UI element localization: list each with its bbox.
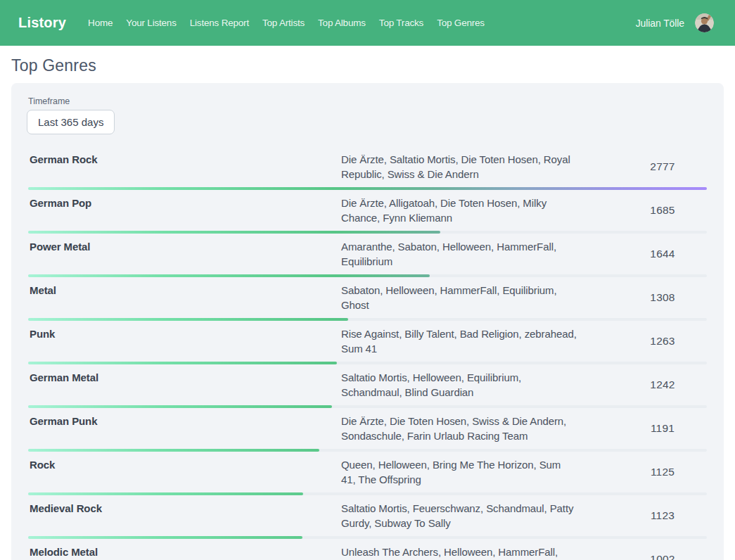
genre-artists: Saltatio Mortis, Feuerschwanz, Schandmau… [341, 501, 577, 530]
main-content: Top Genres Timeframe Last 365 days Germa… [0, 56, 735, 560]
genre-count: 1002 [617, 553, 708, 560]
genre-artists: Queen, Helloween, Bring Me The Horizon, … [341, 457, 577, 487]
genre-artists: Unleash The Archers, Helloween, HammerFa… [341, 545, 577, 560]
genre-artists: Die Ärzte, Die Toten Hosen, Swiss & Die … [341, 414, 577, 443]
genre-name: German Pop [27, 196, 341, 210]
genre-row: Rock Queen, Helloween, Bring Me The Hori… [27, 452, 708, 495]
nav-item-top-tracks[interactable]: Top Tracks [379, 18, 423, 28]
nav-item-top-genres[interactable]: Top Genres [437, 18, 485, 28]
genre-count: 1685 [617, 204, 708, 217]
genre-artists: Die Ärzte, Saltatio Mortis, Die Toten Ho… [341, 152, 577, 182]
nav-item-your-listens[interactable]: Your Listens [126, 18, 176, 28]
genre-name: Punk [27, 326, 341, 341]
nav-item-top-artists[interactable]: Top Artists [262, 18, 305, 28]
genre-row: Melodic Metal Unleash The Archers, Hello… [27, 539, 708, 560]
timeframe-select[interactable]: Last 365 days [27, 110, 115, 134]
genre-row: Power Metal Amaranthe, Sabaton, Hellowee… [27, 234, 708, 277]
nav-item-home[interactable]: Home [88, 18, 113, 28]
page-title: Top Genres [11, 56, 724, 75]
genre-artists: Sabaton, Helloween, HammerFall, Equilibr… [341, 283, 577, 312]
user-avatar-photo-icon [695, 13, 714, 32]
brand-logo[interactable]: Listory [18, 15, 66, 31]
genre-name: German Metal [27, 370, 341, 385]
genre-name: German Punk [27, 414, 341, 428]
genre-name: Medieval Rock [27, 501, 341, 516]
genre-name: Melodic Metal [27, 545, 341, 559]
genre-count: 1125 [617, 466, 708, 478]
genre-row: German Punk Die Ärzte, Die Toten Hosen, … [27, 408, 708, 452]
genre-count: 2777 [617, 160, 708, 173]
genre-row: Punk Rise Against, Billy Talent, Bad Rel… [27, 321, 708, 364]
genre-count: 1123 [617, 509, 708, 522]
top-navbar: Listory HomeYour ListensListens ReportTo… [0, 0, 735, 46]
genres-table: German Rock Die Ärzte, Saltatio Mortis, … [27, 146, 708, 560]
genre-row: Medieval Rock Saltatio Mortis, Feuerschw… [27, 495, 708, 539]
genre-row: Metal Sabaton, Helloween, HammerFall, Eq… [27, 277, 708, 321]
nav-left-group: Listory HomeYour ListensListens ReportTo… [18, 15, 485, 31]
genre-name: German Rock [27, 152, 341, 167]
genre-name: Metal [27, 283, 341, 298]
user-menu[interactable]: Julian Tölle [636, 13, 714, 32]
genre-artists: Rise Against, Billy Talent, Bad Religion… [341, 326, 577, 356]
nav-item-top-albums[interactable]: Top Albums [318, 18, 366, 28]
genre-count: 1263 [617, 335, 708, 348]
genre-name: Power Metal [27, 239, 341, 254]
nav-item-listens-report[interactable]: Listens Report [190, 18, 249, 28]
genre-row: German Metal Saltatio Mortis, Helloween,… [27, 364, 708, 408]
genre-name: Rock [27, 457, 341, 472]
top-genres-card: Timeframe Last 365 days German Rock Die … [11, 83, 724, 560]
user-name: Julian Tölle [636, 18, 684, 29]
nav-links: HomeYour ListensListens ReportTop Artist… [88, 18, 485, 28]
genre-artists: Die Ärzte, Alligatoah, Die Toten Hosen, … [341, 196, 577, 225]
genre-row: German Rock Die Ärzte, Saltatio Mortis, … [27, 146, 708, 190]
genre-count: 1308 [617, 291, 708, 304]
genre-count: 1191 [617, 422, 708, 435]
user-avatar[interactable] [695, 13, 714, 32]
genre-row: German Pop Die Ärzte, Alligatoah, Die To… [27, 190, 708, 234]
genre-artists: Saltatio Mortis, Helloween, Equilibrium,… [341, 370, 577, 400]
genre-count: 1644 [617, 248, 708, 260]
genre-artists: Amaranthe, Sabaton, Helloween, HammerFal… [341, 239, 577, 269]
timeframe-label: Timeframe [28, 96, 708, 106]
genre-count: 1242 [617, 378, 708, 391]
